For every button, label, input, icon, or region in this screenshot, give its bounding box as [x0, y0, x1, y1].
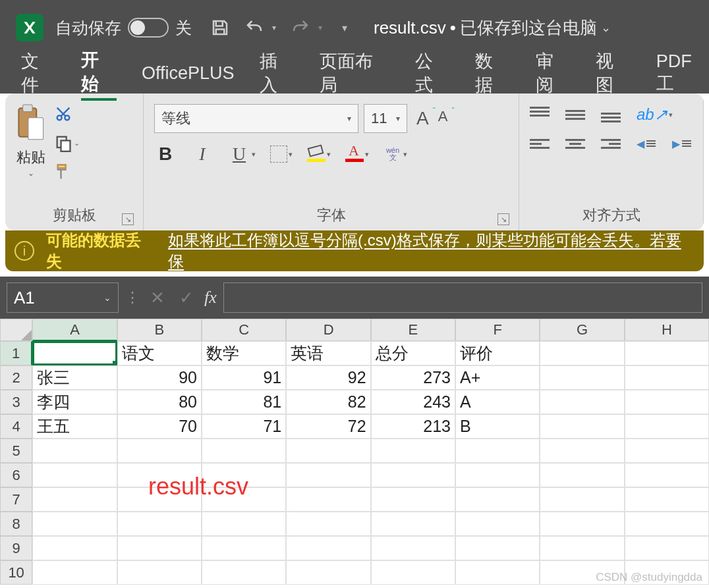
cell[interactable]: 81: [202, 390, 286, 414]
cell[interactable]: [540, 487, 624, 512]
cell[interactable]: A: [455, 390, 540, 414]
col-header[interactable]: G: [540, 319, 624, 341]
warning-message[interactable]: 如果将此工作簿以逗号分隔(.csv)格式保存，则某些功能可能会丢失。若要保: [168, 230, 695, 271]
format-painter-button[interactable]: [54, 161, 80, 183]
row-header[interactable]: 8: [0, 512, 32, 536]
cell[interactable]: 72: [286, 414, 370, 439]
tab-数据[interactable]: 数据: [475, 49, 510, 99]
cell[interactable]: [455, 439, 540, 463]
cell[interactable]: [371, 463, 455, 487]
cell[interactable]: [540, 536, 624, 560]
cell[interactable]: B: [455, 414, 540, 439]
cell[interactable]: [32, 439, 117, 463]
orientation-button[interactable]: ab↗▾: [637, 105, 673, 124]
cell[interactable]: [286, 487, 370, 512]
cell[interactable]: 语文: [117, 341, 202, 365]
copy-button[interactable]: ⌄: [54, 132, 80, 154]
redo-dropdown-icon[interactable]: ▾: [318, 23, 322, 32]
cell[interactable]: [625, 390, 709, 414]
cell[interactable]: [625, 341, 709, 365]
cell[interactable]: A+: [455, 365, 540, 390]
row-header[interactable]: 10: [0, 560, 32, 585]
dialog-launcher-icon[interactable]: ↘: [122, 213, 134, 225]
cell[interactable]: 91: [202, 365, 286, 390]
fx-icon[interactable]: fx: [204, 288, 217, 307]
cell[interactable]: [286, 439, 370, 463]
cell[interactable]: [625, 536, 709, 560]
cell[interactable]: [455, 512, 540, 536]
cell[interactable]: [455, 463, 540, 487]
tab-OfficePLUS[interactable]: OfficePLUS: [142, 63, 235, 86]
cell[interactable]: 评价: [455, 341, 540, 365]
cell[interactable]: [625, 414, 709, 439]
col-header[interactable]: D: [286, 319, 370, 341]
cell[interactable]: [32, 487, 117, 512]
align-center-icon[interactable]: [565, 136, 585, 151]
cell[interactable]: 243: [371, 390, 455, 414]
align-middle-icon[interactable]: [565, 107, 585, 122]
dialog-launcher-icon[interactable]: ↘: [497, 213, 509, 225]
underline-button[interactable]: U▾: [228, 144, 256, 165]
tab-插入[interactable]: 插入: [260, 49, 295, 99]
cell[interactable]: [32, 512, 117, 536]
cell[interactable]: 80: [117, 390, 202, 414]
cell[interactable]: [540, 365, 624, 390]
tab-审阅[interactable]: 审阅: [536, 49, 571, 99]
cell[interactable]: [625, 463, 709, 487]
cell[interactable]: [32, 463, 117, 487]
cell[interactable]: [32, 560, 117, 585]
cell[interactable]: [117, 439, 202, 463]
fill-color-button[interactable]: ▾: [307, 146, 331, 162]
cell[interactable]: [455, 536, 540, 560]
cell[interactable]: [540, 512, 624, 536]
col-header[interactable]: A: [32, 319, 117, 341]
cell[interactable]: 70: [117, 414, 202, 439]
cell[interactable]: 71: [202, 414, 286, 439]
row-header[interactable]: 9: [0, 536, 32, 560]
qat-customize-icon[interactable]: ▾: [342, 22, 347, 34]
tab-公式[interactable]: 公式: [415, 49, 450, 99]
redo-icon[interactable]: [291, 18, 310, 38]
cell[interactable]: 213: [371, 414, 455, 439]
cell[interactable]: [625, 439, 709, 463]
cell[interactable]: [117, 536, 202, 560]
col-header[interactable]: H: [625, 319, 709, 341]
tab-页面布局[interactable]: 页面布局: [320, 49, 390, 99]
toggle-switch-icon[interactable]: [128, 18, 169, 38]
cell[interactable]: [540, 390, 624, 414]
cell[interactable]: [540, 414, 624, 439]
formula-input[interactable]: [223, 282, 702, 313]
undo-icon[interactable]: [244, 18, 264, 38]
row-header[interactable]: 3: [0, 390, 32, 414]
align-right-icon[interactable]: [601, 136, 621, 151]
tab-视图[interactable]: 视图: [596, 49, 631, 99]
cell[interactable]: 李四: [32, 390, 117, 414]
font-color-button[interactable]: A▾: [345, 146, 369, 162]
select-all-corner[interactable]: [0, 319, 32, 341]
cell[interactable]: [202, 536, 286, 560]
cell[interactable]: 273: [371, 365, 455, 390]
col-header[interactable]: E: [371, 319, 455, 341]
cell[interactable]: [202, 560, 286, 585]
cell[interactable]: [286, 512, 370, 536]
tab-PDF工[interactable]: PDF工: [656, 51, 709, 98]
tab-开始[interactable]: 开始: [81, 48, 116, 101]
chevron-down-icon[interactable]: ⌄: [601, 20, 611, 35]
cell[interactable]: 82: [286, 390, 370, 414]
col-header[interactable]: C: [202, 319, 286, 341]
cell[interactable]: [625, 512, 709, 536]
row-header[interactable]: 7: [0, 487, 32, 512]
bold-button[interactable]: B: [154, 144, 177, 165]
cell[interactable]: [286, 463, 370, 487]
phonetic-guide-button[interactable]: wén文▾: [383, 147, 407, 161]
row-header[interactable]: 6: [0, 463, 32, 487]
cell[interactable]: [32, 536, 117, 560]
cell[interactable]: [625, 487, 709, 512]
save-icon[interactable]: [210, 18, 230, 38]
cell[interactable]: 数学: [202, 341, 286, 365]
increase-font-icon[interactable]: Aˆ: [416, 108, 429, 129]
cell[interactable]: [455, 560, 540, 585]
cell[interactable]: 张三: [32, 365, 117, 390]
cell[interactable]: [117, 560, 202, 585]
cell[interactable]: [540, 463, 624, 487]
